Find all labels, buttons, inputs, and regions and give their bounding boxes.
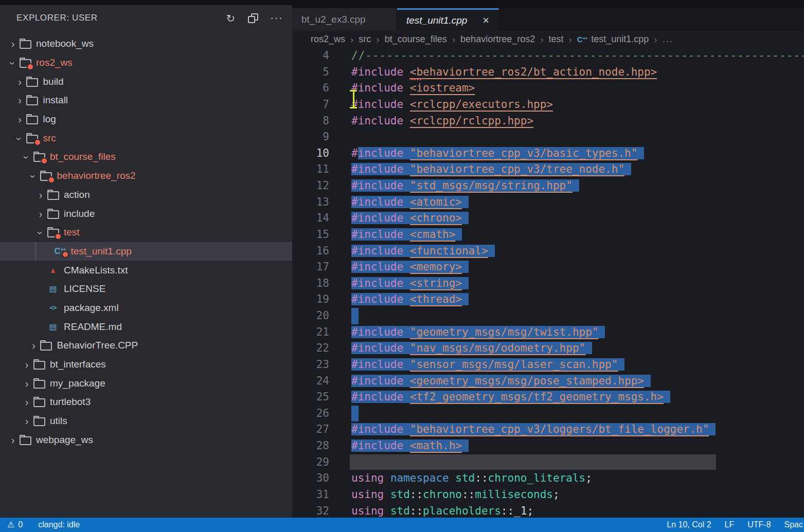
breadcrumb-item-behaviortree-ros2[interactable]: behaviortree_ros2 <box>460 34 535 45</box>
more-actions-icon[interactable]: ··· <box>270 11 283 25</box>
chevron-right-icon[interactable]: › <box>7 435 19 445</box>
chevron-down-icon[interactable]: › <box>35 227 46 237</box>
tree-item-test-unit1-cpp[interactable]: C++test_unit1.cpp <box>0 242 292 261</box>
chevron-down-icon[interactable]: › <box>7 58 19 68</box>
tree-item-behaviortree-ros2[interactable]: ›behaviortree_ros2 <box>0 167 292 186</box>
code-line-27[interactable]: 27#include "behaviortree_cpp_v3/loggers/… <box>292 421 804 438</box>
horizontal-scrollbar[interactable] <box>350 454 716 470</box>
editor-group: bt_u2_ex3.cpp test_unit1.cpp × ros2_ws›s… <box>292 0 804 518</box>
tree-item-include[interactable]: ›include <box>0 204 292 223</box>
chevron-right-icon[interactable]: › <box>35 190 46 200</box>
breadcrumb-item-ros2-ws[interactable]: ros2_ws <box>311 34 345 45</box>
code-line-10[interactable]: 10#include "behaviortree_cpp_v3/basic_ty… <box>292 145 804 162</box>
code-line-14[interactable]: 14#include <chrono> <box>292 210 804 227</box>
title-bar <box>0 0 804 5</box>
indentation-indicator[interactable]: Spac <box>784 520 803 529</box>
tree-item-log[interactable]: ›log <box>0 110 292 129</box>
code-line-26[interactable]: 26 <box>292 406 804 422</box>
breadcrumb-symbol-placeholder[interactable]: ... <box>663 34 673 45</box>
code-line-12[interactable]: 12#include "std_msgs/msg/string.hpp" <box>292 178 804 194</box>
eol-indicator[interactable]: LF <box>725 520 735 529</box>
chevron-right-icon[interactable]: › <box>21 397 32 407</box>
code-line-30[interactable]: 30using namespace std::chrono_literals; <box>292 470 804 487</box>
tree-item-readme-md[interactable]: ▤README.md <box>0 317 292 336</box>
chevron-down-icon[interactable]: › <box>28 171 40 181</box>
code-line-22[interactable]: 22#include "nav_msgs/msg/odometry.hpp" <box>292 340 804 357</box>
breadcrumb-item-test[interactable]: test <box>549 34 564 45</box>
tree-item-bt-course-files[interactable]: ›bt_course_files <box>0 148 292 167</box>
chevron-right-icon[interactable]: › <box>14 95 26 105</box>
tree-item-license[interactable]: ▤LICENSE <box>0 280 292 299</box>
code-line-24[interactable]: 24#include <geometry_msgs/msg/pose_stamp… <box>292 373 804 390</box>
problems-indicator[interactable]: ⚠ 0 <box>7 520 23 529</box>
breadcrumb-item-file[interactable]: test_unit1.cpp <box>591 34 649 45</box>
code-line-13[interactable]: 13#include <atomic> <box>292 194 804 211</box>
selected-text: #include <atomic> <box>351 196 469 208</box>
chevron-right-icon[interactable]: › <box>35 209 46 219</box>
line-number: 16 <box>292 243 329 260</box>
code-line-28[interactable]: 28#include <math.h> <box>292 438 804 454</box>
tree-item-behaviortree-cpp[interactable]: ›BehaviorTree.CPP <box>0 336 292 355</box>
tree-item-src[interactable]: ›src <box>0 129 292 148</box>
chevron-right-icon[interactable]: › <box>28 340 40 351</box>
breadcrumb-item-bt-course-files[interactable]: bt_course_files <box>385 34 447 45</box>
line-number: 22 <box>292 340 329 357</box>
code-line-21[interactable]: 21#include "geometry_msgs/msg/twist.hpp" <box>292 324 804 341</box>
tree-item-webpage-ws[interactable]: ›webpage_ws <box>0 430 292 449</box>
line-number: 6 <box>292 80 329 97</box>
code-line-16[interactable]: 16#include <functional> <box>292 243 804 260</box>
code-line-15[interactable]: 15#include <cmath> <box>292 227 804 243</box>
tree-item-action[interactable]: ›action <box>0 186 292 205</box>
code-line-6[interactable]: 6#include <iostream> <box>292 80 804 97</box>
tree-item-utils[interactable]: ›utils <box>0 412 292 431</box>
code-line-23[interactable]: 23#include "sensor_msgs/msg/laser_scan.h… <box>292 357 804 373</box>
tree-item-notebook-ws[interactable]: ›notebook_ws <box>0 34 292 53</box>
selected-text: #include "behaviortree_cpp_v3/tree_node.… <box>351 163 631 175</box>
chevron-right-icon[interactable]: › <box>7 39 19 49</box>
code-line-31[interactable]: 31using std::chrono::milliseconds; <box>292 487 804 503</box>
tab-bt-u2-ex3-cpp[interactable]: bt_u2_ex3.cpp <box>292 8 397 31</box>
tab-test-unit1-cpp[interactable]: test_unit1.cpp × <box>397 8 499 31</box>
chevron-right-icon[interactable]: › <box>21 359 32 370</box>
tree-item-install[interactable]: ›install <box>0 91 292 110</box>
code-line-5[interactable]: 5#include <behaviortree_ros2/bt_action_n… <box>292 64 804 81</box>
tree-item-bt-interfaces[interactable]: ›bt_interfaces <box>0 355 292 374</box>
selected-text: #include "behaviortree_cpp_v3/loggers/bt… <box>351 423 716 435</box>
code-line-7[interactable]: 7#include <rclcpp/executors.hpp> <box>292 97 804 113</box>
collapse-folders-icon[interactable] <box>247 13 258 23</box>
code-line-20[interactable]: 20 <box>292 308 804 324</box>
chevron-right-icon[interactable]: › <box>21 416 32 426</box>
tree-item-label: bt_course_files <box>50 151 116 162</box>
chevron-down-icon[interactable]: › <box>21 152 32 162</box>
tree-item-package-xml[interactable]: <>package.xml <box>0 299 292 318</box>
tree-item-cmakelists-txt[interactable]: ▲CMakeLists.txt <box>0 261 292 280</box>
refresh-explorer-icon[interactable]: ↻ <box>226 13 235 24</box>
code-line-32[interactable]: 32using std::placeholders::_1; <box>292 503 804 518</box>
code-line-17[interactable]: 17#include <memory> <box>292 259 804 276</box>
line-number: 26 <box>292 406 329 422</box>
code-editor[interactable]: 4//-------------------------------------… <box>292 48 804 518</box>
code-line-19[interactable]: 19#include <thread> <box>292 291 804 308</box>
line-number: 32 <box>292 503 329 518</box>
tree-item-my-package[interactable]: ›my_package <box>0 374 292 393</box>
close-tab-icon[interactable]: × <box>483 15 489 26</box>
code-line-8[interactable]: 8#include <rclcpp/rclcpp.hpp> <box>292 113 804 130</box>
code-line-25[interactable]: 25#include <tf2_geometry_msgs/tf2_geomet… <box>292 389 804 406</box>
chevron-right-icon[interactable]: › <box>14 114 26 124</box>
tree-item-turtlebot3[interactable]: ›turtlebot3 <box>0 393 292 412</box>
code-line-4[interactable]: 4//-------------------------------------… <box>292 48 804 64</box>
cursor-position[interactable]: Ln 10, Col 2 <box>667 520 711 529</box>
tree-item-build[interactable]: ›build <box>0 72 292 91</box>
chevron-right-icon[interactable]: › <box>14 77 26 87</box>
tree-item-test[interactable]: ›test <box>0 223 292 242</box>
tree-item-ros2-ws[interactable]: ›ros2_ws <box>0 53 292 72</box>
chevron-down-icon[interactable]: › <box>14 133 26 143</box>
code-line-18[interactable]: 18#include <string> <box>292 276 804 292</box>
code-line-11[interactable]: 11#include "behaviortree_cpp_v3/tree_nod… <box>292 161 804 178</box>
line-number: 24 <box>292 373 329 390</box>
code-line-9[interactable]: 9 <box>292 129 804 145</box>
breadcrumb-item-src[interactable]: src <box>359 34 371 45</box>
clangd-status[interactable]: clangd: idle <box>38 520 80 529</box>
encoding-indicator[interactable]: UTF-8 <box>747 520 771 529</box>
chevron-right-icon[interactable]: › <box>21 378 32 389</box>
